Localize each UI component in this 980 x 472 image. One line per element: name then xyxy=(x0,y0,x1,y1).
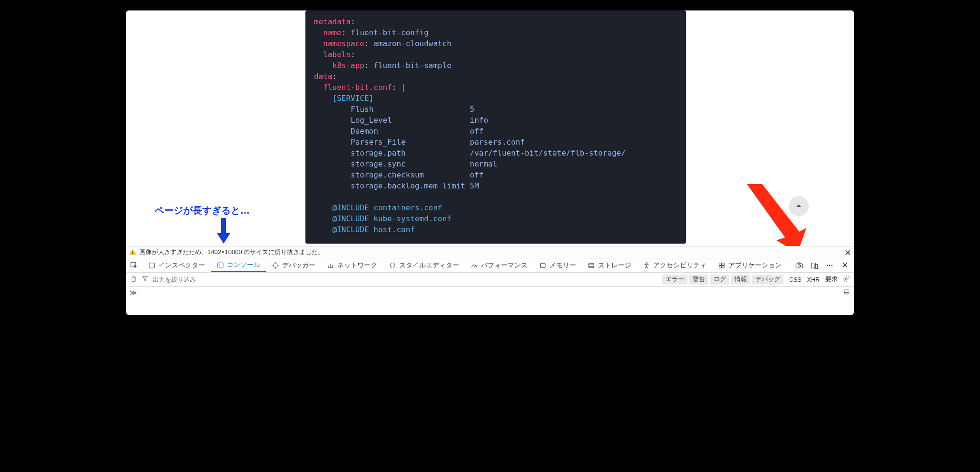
warning-text: 画像が大きすぎたため、1402×10000 のサイズに切り抜きました。 xyxy=(139,248,324,256)
tab-storage[interactable]: ストレージ xyxy=(582,258,637,272)
devtools-tab-bar: インスペクターコンソールデバッガーネットワークスタイルエディターパフォーマンスメ… xyxy=(126,258,854,273)
filter-pill[interactable]: エラー xyxy=(662,275,687,285)
clear-console-button[interactable] xyxy=(130,275,137,284)
svg-rect-13 xyxy=(722,263,725,265)
console-input-row: ≫ xyxy=(126,287,854,298)
filter-toggle[interactable]: CSS xyxy=(789,276,802,283)
element-picker-button[interactable] xyxy=(126,258,142,272)
svg-rect-21 xyxy=(844,290,849,294)
filter-icon-button[interactable] xyxy=(141,275,149,284)
filter-toggle[interactable]: 要求 xyxy=(825,275,838,284)
console-icon xyxy=(216,261,224,269)
svg-rect-4 xyxy=(149,263,155,268)
tab-network[interactable]: ネットワーク xyxy=(321,258,383,272)
box-icon xyxy=(148,262,156,269)
filter-pill[interactable]: デバッグ xyxy=(752,275,784,285)
warning-icon xyxy=(129,248,137,256)
responsive-mode-button[interactable] xyxy=(810,261,819,270)
tab-inspector[interactable]: インスペクター xyxy=(142,258,211,272)
tab-app[interactable]: アプリケーション xyxy=(712,258,787,272)
panel-icon xyxy=(843,288,850,295)
code-block: metadata: name: fluent-bit-config namesp… xyxy=(305,10,686,244)
camera-icon xyxy=(795,261,804,270)
tab-label: ストレージ xyxy=(598,261,631,270)
page-frame: metadata: name: fluent-bit-config namesp… xyxy=(126,10,854,315)
outer-frame: metadata: name: fluent-bit-config namesp… xyxy=(0,0,980,472)
svg-rect-1 xyxy=(132,251,133,253)
devtools-more-button[interactable]: ⋯ xyxy=(825,261,834,270)
svg-rect-14 xyxy=(719,266,722,268)
tab-label: スタイルエディター xyxy=(399,261,459,270)
svg-rect-5 xyxy=(217,263,223,267)
filter-pill[interactable]: 情報 xyxy=(731,275,750,285)
article-area: metadata: name: fluent-bit-config namesp… xyxy=(126,10,854,246)
svg-point-6 xyxy=(274,264,277,267)
svg-rect-12 xyxy=(719,263,722,265)
braces-icon xyxy=(389,262,396,269)
tab-label: ネットワーク xyxy=(337,261,377,270)
tab-memory[interactable]: メモリー xyxy=(533,258,582,272)
svg-point-20 xyxy=(845,278,847,280)
svg-rect-16 xyxy=(796,264,803,268)
console-filter-bar: エラー警告ログ情報デバッグ CSSXHR要求 xyxy=(126,273,854,287)
filter-toggle[interactable]: XHR xyxy=(807,276,820,283)
split-console-button[interactable] xyxy=(843,288,850,297)
tab-a11y[interactable]: アクセシビリティ xyxy=(637,258,712,272)
tab-label: アプリケーション xyxy=(728,261,782,270)
devtools-right-controls: ⋯ ✕ xyxy=(790,258,854,272)
console-chevrons-icon[interactable]: ≫ xyxy=(130,289,137,296)
chevron-up-icon xyxy=(795,202,803,210)
devices-icon xyxy=(810,261,819,270)
a11y-icon xyxy=(643,262,650,269)
scroll-to-top-button[interactable] xyxy=(789,196,809,216)
tab-debugger[interactable]: デバッガー xyxy=(266,258,321,272)
storage-icon xyxy=(588,262,595,269)
tab-label: インスペクター xyxy=(158,261,205,270)
annotation-arrow-red-icon xyxy=(742,184,809,253)
console-settings-button[interactable] xyxy=(843,275,850,284)
annotation-text: ページが長すぎると… xyxy=(155,204,250,217)
console-filter-input[interactable] xyxy=(153,276,248,283)
gear-icon xyxy=(843,275,850,283)
debug-icon xyxy=(272,262,279,269)
tab-label: アクセシビリティ xyxy=(653,261,706,270)
funnel-icon xyxy=(141,275,149,283)
tab-label: メモリー xyxy=(549,261,576,270)
warning-close-button[interactable]: ✕ xyxy=(844,248,851,258)
tab-label: コンソール xyxy=(227,261,260,269)
svg-rect-7 xyxy=(540,263,545,267)
svg-rect-15 xyxy=(722,266,725,268)
annotation-arrow-blue-icon xyxy=(214,217,233,246)
tab-style[interactable]: スタイルエディター xyxy=(383,258,465,272)
perf-icon xyxy=(470,262,478,269)
tab-console[interactable]: コンソール xyxy=(211,258,266,272)
memory-icon xyxy=(539,262,547,269)
tab-label: パフォーマンス xyxy=(481,261,528,270)
svg-point-17 xyxy=(798,265,800,267)
filter-pill[interactable]: 警告 xyxy=(689,275,708,285)
screenshot-button[interactable] xyxy=(795,261,804,270)
app-icon xyxy=(718,262,725,269)
svg-rect-8 xyxy=(589,263,594,267)
svg-marker-0 xyxy=(747,184,806,253)
tab-label: デバッガー xyxy=(282,261,315,270)
svg-point-11 xyxy=(646,263,647,264)
screenshot-warning-bar: 画像が大きすぎたため、1402×10000 のサイズに切り抜きました。 ✕ xyxy=(126,246,854,258)
tab-perf[interactable]: パフォーマンス xyxy=(465,258,533,272)
trash-icon xyxy=(130,275,137,283)
svg-rect-2 xyxy=(132,254,133,254)
filter-pill[interactable]: ログ xyxy=(710,275,729,285)
element-picker-icon xyxy=(130,261,138,269)
network-icon xyxy=(327,262,334,269)
devtools-close-button[interactable]: ✕ xyxy=(841,261,849,270)
